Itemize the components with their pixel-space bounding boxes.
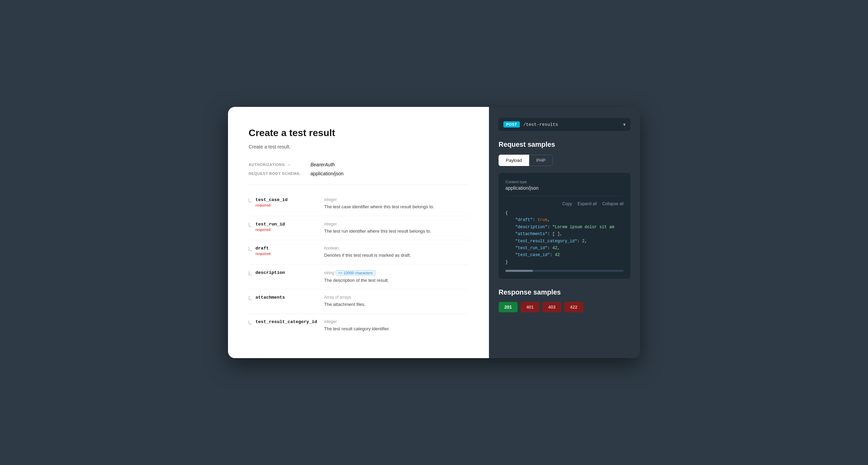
schema-row: attachmentsArray of arraysThe attachment…: [249, 289, 468, 314]
field-name: draft: [255, 246, 319, 251]
schema-row: draftrequiredbooleanDenotes if this test…: [249, 240, 468, 265]
field-type: string <= 10000 characters: [324, 270, 468, 276]
field-desc-col: string <= 10000 charactersThe descriptio…: [324, 270, 468, 284]
field-name: test_result_category_id: [255, 319, 319, 324]
copy-button[interactable]: Copy: [562, 201, 572, 206]
field-name: description: [255, 270, 319, 275]
field-name: test_case_id: [255, 197, 319, 202]
field-indicator: [249, 295, 255, 300]
response-code-401[interactable]: 401: [521, 302, 540, 312]
field-name: test_run_id: [255, 222, 319, 227]
auth-row: AUTHORIZATIONS: › BearerAuth: [249, 162, 468, 167]
field-required-label: required: [255, 252, 319, 256]
code-line-attachments: "attachments": [ ],: [505, 231, 624, 237]
char-limit-badge: <= 10000 characters: [335, 270, 376, 276]
code-panel: Content type application/json Copy Expan…: [499, 173, 630, 279]
field-type: integer: [324, 197, 468, 202]
collapse-all-button[interactable]: Collapse all: [602, 201, 624, 206]
meta-section: AUTHORIZATIONS: › BearerAuth REQUEST BOD…: [249, 162, 468, 176]
field-desc-col: Array of arraysThe attachment files.: [324, 295, 468, 308]
schema-row: test_result_category_idintegerThe test r…: [249, 314, 468, 338]
field-desc-col: integerThe test case identifier where th…: [324, 197, 468, 210]
right-panel: POST /test-results ▾ Request samples Pay…: [489, 107, 640, 358]
response-samples-title: Response samples: [499, 288, 630, 296]
scrollbar[interactable]: [505, 270, 624, 272]
request-body-row: REQUEST BODY SCHEMA: application/json: [249, 171, 468, 176]
field-type: integer: [324, 222, 468, 226]
field-description: The test result category identifier.: [324, 325, 468, 332]
response-code-403[interactable]: 403: [542, 302, 561, 312]
field-indicator: [249, 197, 255, 202]
request-body-label: REQUEST BODY SCHEMA:: [249, 171, 310, 176]
page-title: Create a test result: [249, 128, 468, 139]
auth-label: AUTHORIZATIONS: ›: [249, 163, 310, 167]
field-desc-col: integerThe test run identifier where thi…: [324, 222, 468, 235]
field-name-col: test_case_idrequired: [255, 197, 324, 207]
code-line-category: "test_result_category_id": 2,: [505, 238, 624, 245]
field-indicator: [249, 319, 255, 324]
request-samples-title: Request samples: [499, 141, 630, 148]
code-line-draft: "draft": true,: [505, 217, 624, 223]
divider: [249, 185, 468, 185]
field-type: boolean: [324, 246, 468, 251]
field-desc-col: booleanDenotes if this test result is ma…: [324, 246, 468, 259]
field-indicator: [249, 222, 255, 227]
content-type-value: application/json: [505, 185, 624, 196]
field-required-label: required: [255, 203, 319, 207]
field-description: The test run identifier where this test …: [324, 228, 468, 235]
field-description: The description of the test result.: [324, 277, 468, 284]
field-desc-col: integerThe test result category identifi…: [324, 319, 468, 332]
content-type-label: Content type: [505, 180, 624, 184]
schema-row: test_run_idrequiredintegerThe test run i…: [249, 216, 468, 241]
field-name-col: draftrequired: [255, 246, 324, 256]
request-body-value: application/json: [310, 171, 344, 176]
field-indicator: [249, 246, 255, 251]
left-panel: Create a test result Create a test resul…: [228, 107, 489, 358]
main-container: Create a test result Create a test resul…: [228, 107, 640, 358]
field-description: The attachment files.: [324, 301, 468, 308]
field-name-col: description: [255, 270, 324, 275]
code-line-test-case: "test_case_id": 42: [505, 252, 624, 258]
tab-payload[interactable]: Payload: [499, 155, 529, 166]
field-description: Denotes if this test result is marked as…: [324, 252, 468, 259]
response-code-422[interactable]: 422: [564, 302, 583, 312]
field-type: integer: [324, 319, 468, 324]
endpoint-chevron-icon: ▾: [623, 122, 626, 127]
field-name: attachments: [255, 295, 319, 300]
code-block: { "draft": true, "description": "Lorem i…: [505, 210, 624, 266]
code-line-description: "description": "Lorem ipsum dolor sit am: [505, 224, 624, 231]
method-badge: POST: [503, 121, 520, 128]
schema-row: descriptionstring <= 10000 charactersThe…: [249, 265, 468, 290]
code-line-test-run: "test_run_id": 42,: [505, 245, 624, 252]
field-name-col: attachments: [255, 295, 324, 300]
schema-table: test_case_idrequiredintegerThe test case…: [249, 192, 468, 337]
tab-group: Payload PHP: [499, 155, 630, 166]
field-name-col: test_run_idrequired: [255, 222, 324, 232]
code-actions: Copy Expand all Collapse all: [505, 201, 624, 206]
response-code-201[interactable]: 201: [499, 302, 518, 312]
page-subtitle: Create a test result.: [249, 144, 468, 150]
code-line-close-brace: }: [505, 259, 624, 266]
auth-value: BearerAuth: [310, 162, 335, 167]
endpoint-bar[interactable]: POST /test-results ▾: [499, 118, 630, 131]
schema-row: test_case_idrequiredintegerThe test case…: [249, 192, 468, 216]
response-codes: 201 401 403 422: [499, 302, 630, 312]
field-type: Array of arrays: [324, 295, 468, 300]
code-line-open-brace: {: [505, 210, 624, 217]
scrollbar-thumb: [505, 270, 533, 272]
field-indicator: [249, 270, 255, 275]
endpoint-path: /test-results: [523, 122, 620, 127]
expand-all-button[interactable]: Expand all: [578, 201, 597, 206]
auth-chevron-icon[interactable]: ›: [288, 163, 290, 167]
field-description: The test case identifier where this test…: [324, 203, 468, 210]
tab-php[interactable]: PHP: [529, 155, 553, 166]
field-required-label: required: [255, 228, 319, 232]
field-name-col: test_result_category_id: [255, 319, 324, 324]
